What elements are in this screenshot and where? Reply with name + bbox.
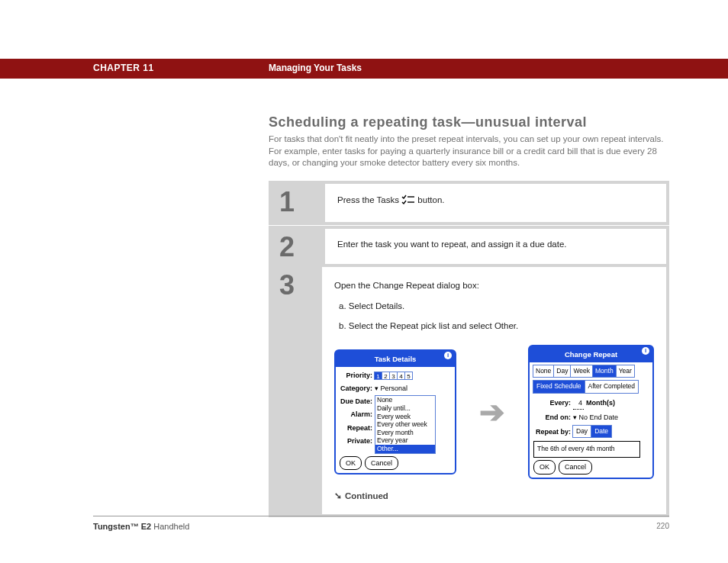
step-1-body: Press the Tasks button.	[325, 184, 666, 222]
every-unit: Month(s)	[586, 397, 615, 409]
interval-tabs[interactable]: None Day Week Month Year	[533, 365, 649, 378]
task-details-dialog: Task Details i Priority: 1 2 3 4 5	[334, 349, 456, 475]
repeat-label: Repeat:	[340, 422, 375, 434]
repeatby-segment[interactable]: Day Date	[573, 425, 612, 438]
continued-arrow-icon: ➘	[334, 488, 342, 504]
footer-product: Tungsten™ E2 Handheld	[93, 522, 189, 531]
page-number: 220	[656, 522, 669, 530]
every-value[interactable]: 4	[573, 397, 584, 410]
every-label: Every:	[533, 397, 573, 409]
repeatby-label: Repeat by:	[533, 426, 573, 438]
endon-label: End on:	[533, 411, 573, 423]
section-title: Scheduling a repeating task—unusual inte…	[269, 114, 587, 130]
step-1-text-pre: Press the Tasks	[337, 195, 401, 204]
ok-button[interactable]: OK	[533, 460, 556, 474]
endon-picker[interactable]: ▾ No End Date	[573, 411, 618, 423]
step-1-text-post: button.	[417, 195, 444, 204]
priority-selector[interactable]: 1 2 3 4 5	[375, 372, 413, 380]
info-icon[interactable]: i	[642, 347, 649, 355]
step-3-body: Open the Change Repeat dialog box: a. Se…	[322, 267, 666, 514]
duedate-label: Due Date:	[340, 395, 375, 407]
step-3-lead: Open the Change Repeat dialog box:	[334, 278, 654, 294]
repeat-picklist[interactable]: None Daily until... Every week Every oth…	[375, 395, 436, 453]
step-3: 3 Open the Change Repeat dialog box: a. …	[269, 264, 669, 517]
tasks-icon	[401, 195, 415, 207]
step-3-number: 3	[279, 272, 322, 299]
mode-segment[interactable]: Fixed Schedule After Completed	[533, 380, 649, 393]
task-details-title: Task Details i	[336, 351, 455, 367]
cancel-button[interactable]: Cancel	[559, 460, 592, 474]
footer-rule	[93, 516, 669, 516]
priority-label: Priority:	[340, 369, 375, 381]
category-label: Category:	[340, 382, 375, 394]
change-repeat-title: Change Repeat i	[530, 346, 652, 362]
continued-indicator: ➘Continued	[334, 488, 654, 504]
chapter-label: CHAPTER 11	[93, 63, 154, 73]
step-2-number: 2	[279, 233, 325, 261]
alarm-label: Alarm:	[340, 408, 375, 420]
step-2-body: Enter the task you want to repeat, and a…	[325, 229, 666, 267]
info-icon[interactable]: i	[444, 352, 452, 359]
chapter-title: Managing Your Tasks	[269, 63, 362, 73]
ok-button[interactable]: OK	[340, 456, 362, 470]
arrow-right-icon: ➔	[479, 384, 505, 439]
cancel-button[interactable]: Cancel	[365, 456, 398, 470]
step-3-b: b. Select the Repeat pick list and selec…	[339, 318, 654, 334]
change-repeat-dialog: Change Repeat i None Day Week Month Year…	[528, 345, 654, 479]
category-picker[interactable]: ▾ Personal	[375, 382, 407, 394]
repeat-summary: The 6th of every 4th month	[533, 441, 640, 458]
private-label: Private:	[340, 435, 375, 447]
step-1-number: 1	[279, 188, 325, 216]
step-1: 1 Press the Tasks button.	[269, 181, 669, 225]
section-intro: For tasks that don't fit neatly into the…	[269, 134, 665, 169]
step-3-a: a. Select Details.	[339, 298, 654, 314]
